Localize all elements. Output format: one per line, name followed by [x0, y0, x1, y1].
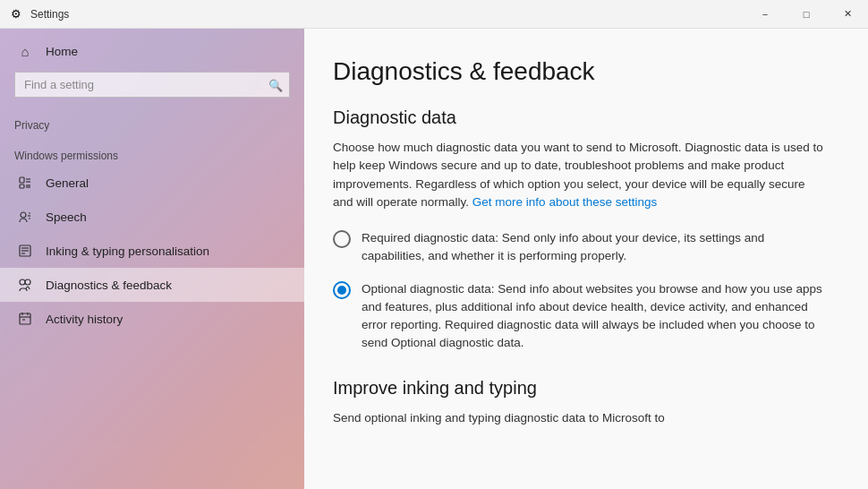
privacy-heading: Privacy: [0, 112, 304, 135]
search-box: 🔍: [14, 72, 290, 98]
minimize-button[interactable]: −: [745, 0, 786, 29]
svg-point-15: [25, 279, 30, 285]
diagnostic-data-title: Diagnostic data: [333, 107, 825, 128]
svg-point-6: [21, 212, 26, 218]
settings-icon: ⚙: [11, 7, 21, 21]
sidebar-inking-label: Inking & typing personalisation: [46, 244, 209, 258]
radio-required-label: Required diagnostic data: Send only info…: [362, 229, 825, 266]
more-info-link[interactable]: Get more info about these settings: [472, 195, 657, 209]
sidebar-diagnostics-label: Diagnostics & feedback: [46, 279, 172, 292]
radio-required[interactable]: [333, 230, 351, 248]
sidebar: ⌂ Home 🔍 Privacy Windows permissions: [0, 29, 304, 489]
general-icon: [17, 175, 33, 191]
speech-icon: [17, 209, 33, 225]
sidebar-activity-label: Activity history: [46, 313, 123, 326]
diagnostic-description: Choose how much diagnostic data you want…: [333, 139, 825, 211]
sidebar-item-inking[interactable]: Inking & typing personalisation: [0, 234, 304, 268]
radio-item-required[interactable]: Required diagnostic data: Send only info…: [333, 229, 825, 266]
title-bar-left: ⚙ Settings: [11, 7, 69, 21]
svg-point-14: [20, 279, 25, 285]
sidebar-speech-label: Speech: [46, 210, 87, 224]
sidebar-item-speech[interactable]: Speech: [0, 200, 304, 234]
title-bar-title: Settings: [30, 8, 69, 21]
main-content: Diagnostics & feedback Diagnostic data C…: [304, 29, 868, 489]
svg-rect-0: [20, 177, 24, 183]
search-icon: 🔍: [268, 78, 283, 91]
title-bar: ⚙ Settings − □ ✕: [0, 0, 868, 29]
page-title: Diagnostics & feedback: [333, 57, 825, 86]
inking-icon: [17, 243, 33, 259]
sidebar-general-label: General: [46, 176, 89, 190]
svg-rect-16: [20, 313, 30, 324]
radio-item-optional[interactable]: Optional diagnostic data: Send info abou…: [333, 280, 825, 353]
sidebar-item-activity[interactable]: Activity history: [0, 302, 304, 336]
radio-optional-label: Optional diagnostic data: Send info abou…: [362, 280, 825, 353]
home-icon: ⌂: [17, 43, 33, 59]
sidebar-item-diagnostics[interactable]: Diagnostics & feedback: [0, 268, 304, 302]
radio-optional[interactable]: [333, 281, 351, 299]
sidebar-item-home[interactable]: ⌂ Home: [0, 29, 304, 68]
search-input[interactable]: [14, 72, 290, 98]
maximize-button[interactable]: □: [786, 0, 827, 29]
svg-rect-3: [20, 184, 24, 188]
close-button[interactable]: ✕: [827, 0, 868, 29]
app-container: ⌂ Home 🔍 Privacy Windows permissions: [0, 29, 868, 489]
sidebar-item-general[interactable]: General: [0, 166, 304, 200]
radio-group: Required diagnostic data: Send only info…: [333, 229, 825, 353]
activity-icon: [17, 311, 33, 327]
windows-permissions-heading: Windows permissions: [0, 142, 304, 166]
improve-inking-description: Send optional inking and typing diagnost…: [333, 409, 825, 427]
improve-inking-title: Improve inking and typing: [333, 378, 825, 399]
diagnostics-icon: [17, 277, 33, 293]
sidebar-home-label: Home: [46, 45, 78, 58]
title-bar-controls: − □ ✕: [745, 0, 868, 29]
